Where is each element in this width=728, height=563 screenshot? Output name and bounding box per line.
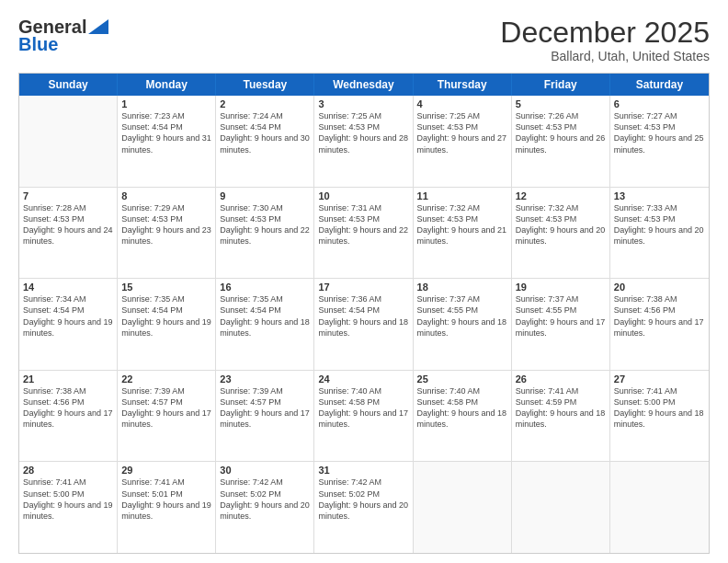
- day-number: 21: [23, 373, 113, 385]
- logo-blue: Blue: [18, 34, 58, 55]
- day-number: 12: [516, 190, 606, 201]
- cal-cell: 17Sunrise: 7:36 AM Sunset: 4:54 PM Dayli…: [314, 279, 413, 370]
- cell-info: Sunrise: 7:38 AM Sunset: 4:56 PM Dayligh…: [23, 385, 113, 431]
- cal-cell: 21Sunrise: 7:38 AM Sunset: 4:56 PM Dayli…: [19, 371, 118, 462]
- header-day-friday: Friday: [512, 74, 610, 96]
- cal-cell: 14Sunrise: 7:34 AM Sunset: 4:54 PM Dayli…: [19, 279, 118, 370]
- week-row-5: 28Sunrise: 7:41 AM Sunset: 5:00 PM Dayli…: [19, 462, 709, 553]
- cell-info: Sunrise: 7:35 AM Sunset: 4:54 PM Dayligh…: [220, 293, 310, 339]
- cal-cell: [610, 462, 709, 553]
- header-day-monday: Monday: [118, 74, 216, 96]
- cell-info: Sunrise: 7:42 AM Sunset: 5:02 PM Dayligh…: [220, 477, 310, 522]
- cell-info: Sunrise: 7:26 AM Sunset: 4:53 PM Dayligh…: [516, 110, 606, 155]
- header-day-thursday: Thursday: [414, 74, 512, 96]
- day-number: 25: [417, 373, 507, 385]
- location: Ballard, Utah, United States: [500, 49, 710, 63]
- day-number: 16: [220, 282, 310, 293]
- cal-cell: 7Sunrise: 7:28 AM Sunset: 4:53 PM Daylig…: [19, 188, 118, 279]
- day-number: 19: [516, 282, 606, 293]
- cell-info: Sunrise: 7:39 AM Sunset: 4:57 PM Dayligh…: [220, 385, 310, 431]
- cell-info: Sunrise: 7:41 AM Sunset: 5:00 PM Dayligh…: [614, 385, 705, 431]
- cell-info: Sunrise: 7:34 AM Sunset: 4:54 PM Dayligh…: [23, 293, 113, 339]
- cal-cell: 16Sunrise: 7:35 AM Sunset: 4:54 PM Dayli…: [216, 279, 314, 370]
- day-number: 3: [318, 98, 408, 109]
- cell-info: Sunrise: 7:24 AM Sunset: 4:54 PM Dayligh…: [220, 110, 310, 155]
- day-number: 7: [23, 190, 113, 201]
- day-number: 23: [220, 373, 310, 385]
- day-number: 2: [220, 98, 310, 109]
- day-number: 9: [220, 190, 310, 201]
- cal-cell: [19, 96, 118, 187]
- day-number: 11: [417, 190, 507, 201]
- cal-cell: 27Sunrise: 7:41 AM Sunset: 5:00 PM Dayli…: [610, 371, 709, 462]
- header-day-tuesday: Tuesday: [216, 74, 314, 96]
- day-number: 22: [121, 373, 211, 385]
- month-title: December 2025: [500, 17, 710, 49]
- cal-cell: 9Sunrise: 7:30 AM Sunset: 4:53 PM Daylig…: [216, 188, 314, 279]
- calendar-header: SundayMondayTuesdayWednesdayThursdayFrid…: [19, 74, 709, 96]
- cal-cell: 18Sunrise: 7:37 AM Sunset: 4:55 PM Dayli…: [414, 279, 512, 370]
- cal-cell: 2Sunrise: 7:24 AM Sunset: 4:54 PM Daylig…: [216, 96, 314, 187]
- logo: General Blue: [18, 17, 108, 55]
- day-number: 8: [121, 190, 211, 201]
- cal-cell: 22Sunrise: 7:39 AM Sunset: 4:57 PM Dayli…: [118, 371, 216, 462]
- day-number: 28: [23, 465, 113, 476]
- cal-cell: 12Sunrise: 7:32 AM Sunset: 4:53 PM Dayli…: [512, 188, 610, 279]
- cell-info: Sunrise: 7:29 AM Sunset: 4:53 PM Dayligh…: [121, 202, 211, 247]
- day-number: 30: [220, 465, 310, 476]
- cal-cell: 19Sunrise: 7:37 AM Sunset: 4:55 PM Dayli…: [512, 279, 610, 370]
- cell-info: Sunrise: 7:38 AM Sunset: 4:56 PM Dayligh…: [614, 293, 705, 339]
- day-number: 18: [417, 282, 507, 293]
- calendar-body: 1Sunrise: 7:23 AM Sunset: 4:54 PM Daylig…: [19, 96, 709, 553]
- day-number: 24: [318, 373, 408, 385]
- calendar: SundayMondayTuesdayWednesdayThursdayFrid…: [18, 73, 710, 554]
- day-number: 14: [23, 282, 113, 293]
- cell-info: Sunrise: 7:40 AM Sunset: 4:58 PM Dayligh…: [417, 385, 507, 431]
- cell-info: Sunrise: 7:25 AM Sunset: 4:53 PM Dayligh…: [417, 110, 507, 155]
- day-number: 1: [121, 98, 211, 109]
- cell-info: Sunrise: 7:41 AM Sunset: 5:01 PM Dayligh…: [121, 477, 211, 522]
- cal-cell: [414, 462, 512, 553]
- page: General Blue December 2025 Ballard, Utah…: [0, 0, 728, 563]
- week-row-2: 7Sunrise: 7:28 AM Sunset: 4:53 PM Daylig…: [19, 188, 709, 280]
- week-row-4: 21Sunrise: 7:38 AM Sunset: 4:56 PM Dayli…: [19, 371, 709, 463]
- cell-info: Sunrise: 7:40 AM Sunset: 4:58 PM Dayligh…: [318, 385, 408, 431]
- cell-info: Sunrise: 7:31 AM Sunset: 4:53 PM Dayligh…: [318, 202, 408, 247]
- header: General Blue December 2025 Ballard, Utah…: [18, 17, 710, 63]
- cell-info: Sunrise: 7:28 AM Sunset: 4:53 PM Dayligh…: [23, 202, 113, 247]
- week-row-3: 14Sunrise: 7:34 AM Sunset: 4:54 PM Dayli…: [19, 279, 709, 371]
- cell-info: Sunrise: 7:39 AM Sunset: 4:57 PM Dayligh…: [121, 385, 211, 431]
- day-number: 20: [614, 282, 705, 293]
- header-day-wednesday: Wednesday: [314, 74, 413, 96]
- cell-info: Sunrise: 7:32 AM Sunset: 4:53 PM Dayligh…: [516, 202, 606, 247]
- cal-cell: 30Sunrise: 7:42 AM Sunset: 5:02 PM Dayli…: [216, 462, 314, 553]
- cell-info: Sunrise: 7:36 AM Sunset: 4:54 PM Dayligh…: [318, 293, 408, 339]
- day-number: 31: [318, 465, 408, 476]
- week-row-1: 1Sunrise: 7:23 AM Sunset: 4:54 PM Daylig…: [19, 96, 709, 188]
- cal-cell: 5Sunrise: 7:26 AM Sunset: 4:53 PM Daylig…: [512, 96, 610, 187]
- cell-info: Sunrise: 7:41 AM Sunset: 5:00 PM Dayligh…: [23, 477, 113, 522]
- cell-info: Sunrise: 7:32 AM Sunset: 4:53 PM Dayligh…: [417, 202, 507, 247]
- day-number: 10: [318, 190, 408, 201]
- day-number: 4: [417, 98, 507, 109]
- day-number: 29: [121, 465, 211, 476]
- cal-cell: 20Sunrise: 7:38 AM Sunset: 4:56 PM Dayli…: [610, 279, 709, 370]
- logo-icon: [88, 19, 108, 34]
- cal-cell: 25Sunrise: 7:40 AM Sunset: 4:58 PM Dayli…: [414, 371, 512, 462]
- cal-cell: 31Sunrise: 7:42 AM Sunset: 5:02 PM Dayli…: [314, 462, 413, 553]
- cal-cell: 26Sunrise: 7:41 AM Sunset: 4:59 PM Dayli…: [512, 371, 610, 462]
- cal-cell: 3Sunrise: 7:25 AM Sunset: 4:53 PM Daylig…: [314, 96, 413, 187]
- cal-cell: 29Sunrise: 7:41 AM Sunset: 5:01 PM Dayli…: [118, 462, 216, 553]
- cal-cell: 4Sunrise: 7:25 AM Sunset: 4:53 PM Daylig…: [414, 96, 512, 187]
- svg-marker-0: [88, 19, 108, 34]
- cal-cell: 8Sunrise: 7:29 AM Sunset: 4:53 PM Daylig…: [118, 188, 216, 279]
- day-number: 6: [614, 98, 705, 109]
- cal-cell: [512, 462, 610, 553]
- cell-info: Sunrise: 7:41 AM Sunset: 4:59 PM Dayligh…: [516, 385, 606, 431]
- cal-cell: 24Sunrise: 7:40 AM Sunset: 4:58 PM Dayli…: [314, 371, 413, 462]
- title-block: December 2025 Ballard, Utah, United Stat…: [500, 17, 710, 63]
- cal-cell: 1Sunrise: 7:23 AM Sunset: 4:54 PM Daylig…: [118, 96, 216, 187]
- cell-info: Sunrise: 7:30 AM Sunset: 4:53 PM Dayligh…: [220, 202, 310, 247]
- cell-info: Sunrise: 7:35 AM Sunset: 4:54 PM Dayligh…: [121, 293, 211, 339]
- cal-cell: 23Sunrise: 7:39 AM Sunset: 4:57 PM Dayli…: [216, 371, 314, 462]
